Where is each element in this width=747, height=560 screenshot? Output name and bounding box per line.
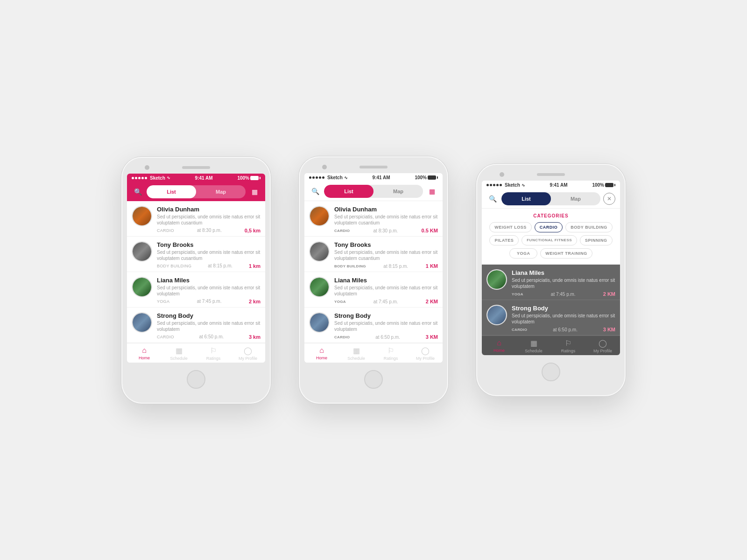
map-tab-3[interactable]: Map (551, 192, 600, 205)
home-icon-1: ⌂ (142, 346, 147, 355)
nav-profile-3[interactable]: ◯ My Profile (585, 339, 620, 353)
ratings-icon-1: ⚐ (210, 346, 217, 355)
item-time-liana-3: at 7:45 p.m. (551, 292, 576, 297)
item-tag-tony-2: BODY BUILDING (334, 264, 366, 268)
nav-schedule-1[interactable]: ▦ Schedule (162, 346, 196, 361)
schedule-icon-1: ▦ (176, 346, 183, 355)
nav-schedule-2[interactable]: ▦ Schedule (339, 346, 374, 361)
list-item-liana-3[interactable]: Liana Miles Sed ut perspiciatis, unde om… (482, 265, 620, 300)
nav-home-3[interactable]: ⌂ Home (482, 339, 516, 353)
signals-2: Sketch ∿ (309, 175, 348, 180)
signal-dots-1 (132, 177, 147, 179)
wifi-1: ∿ (167, 175, 170, 180)
nav-schedule-3[interactable]: ▦ Schedule (516, 339, 551, 353)
cat-row-2: PILATES FUNCTIONAL FITNESS SPINNING (486, 235, 615, 245)
battery-2: 100% (415, 175, 438, 180)
nav-profile-2[interactable]: ◯ My Profile (408, 346, 443, 361)
list-item-tony-2[interactable]: Tony Brooks Sed ut perspiciatis, unde om… (304, 237, 443, 272)
cat-weight-loss[interactable]: WEIGHT LOSS (489, 222, 532, 232)
filter-btn-2[interactable]: ▦ (426, 185, 438, 197)
phone-3: Sketch ∿ 9:41 AM 100% 🔍 List Map (476, 164, 626, 396)
camera-1 (145, 165, 149, 170)
phone-top-2 (304, 163, 443, 173)
status-bar-2: Sketch ∿ 9:41 AM 100% (304, 173, 443, 182)
search-btn-2[interactable]: 🔍 (309, 185, 321, 197)
item-desc-strong-1: Sed ut perspiciatis, unde omnis iste nat… (157, 320, 261, 332)
list-tab-3[interactable]: List (501, 192, 551, 205)
item-tag-liana-1: Yoga (157, 299, 169, 304)
cat-body-building[interactable]: BODY BUILDING (565, 222, 612, 232)
filter-btn-1[interactable]: ▦ (248, 186, 261, 198)
nav-ratings-1[interactable]: ⚐ Ratings (196, 346, 231, 361)
dot2-3 (316, 176, 318, 179)
dot3-4 (496, 184, 499, 186)
item-time-olivia-1: at 8:30 p.m. (197, 228, 222, 233)
home-btn-3[interactable] (542, 363, 560, 381)
page-wrapper: Sketch ∿ 9:41 AM 100% 🔍 List Map (0, 119, 747, 441)
home-label-3: Home (493, 348, 505, 353)
battery-rect-1 (250, 176, 259, 180)
search-btn-1[interactable]: 🔍 (132, 186, 144, 198)
avatar-strong-2 (309, 312, 330, 333)
item-meta-tony-2: BODY BUILDING at 8:15 p.m. 1 KM (334, 263, 438, 269)
cat-yoga[interactable]: YOGA (509, 248, 537, 259)
list-item-strong-1[interactable]: Strong Body Sed ut perspiciatis, unde om… (127, 308, 265, 343)
avatar-liana-2 (309, 277, 330, 297)
dot1 (132, 177, 134, 179)
dot3-5 (500, 184, 502, 186)
item-dist-tony-1: 1 km (249, 263, 261, 269)
list-item-liana-2[interactable]: Liana Miles Sed ut perspiciatis, unde om… (304, 272, 443, 308)
list-tab-1[interactable]: List (147, 185, 196, 198)
close-btn-3[interactable]: ✕ (603, 193, 615, 205)
nav-ratings-2[interactable]: ⚐ Ratings (374, 346, 408, 361)
item-content-strong-1: Strong Body Sed ut perspiciatis, unde om… (157, 312, 261, 340)
map-tab-1[interactable]: Map (196, 185, 246, 198)
speaker-2 (359, 166, 388, 168)
signal-dots-3 (486, 184, 502, 186)
item-meta-tony-1: Body Building at 8:15 p.m. 1 km (157, 263, 261, 269)
item-name-tony-1: Tony Brooks (157, 241, 261, 248)
profile-icon-2: ◯ (421, 346, 430, 355)
cat-cardio[interactable]: CARDIO (535, 222, 563, 232)
item-time-tony-2: at 8:15 p.m. (383, 264, 408, 269)
nav-profile-1[interactable]: ◯ My Profile (231, 346, 265, 361)
list-item-tony-1[interactable]: Tony Brooks Sed ut perspiciatis, unde om… (127, 237, 265, 272)
cat-weight-training[interactable]: WEIGHT TRAINING (540, 248, 592, 259)
bottom-nav-1: ⌂ Home ▦ Schedule ⚐ Ratings ◯ My Profile (127, 343, 265, 363)
item-time-strong-1: at 6:50 p.m. (199, 334, 224, 339)
cat-functional-fitness[interactable]: FUNCTIONAL FITNESS (521, 235, 577, 245)
home-btn-2[interactable] (364, 370, 383, 389)
ratings-icon-3: ⚐ (565, 339, 571, 348)
list-item-liana-1[interactable]: Liana Miles Sed ut perspiciatis, unde om… (127, 272, 265, 308)
cat-pilates[interactable]: PILATES (489, 235, 519, 245)
wifi-3: ∿ (521, 183, 525, 188)
item-meta-olivia-1: Cardio at 8:30 p.m. 0,5 km (157, 228, 261, 233)
camera-3 (500, 172, 504, 177)
battery-3: 100% (592, 182, 615, 188)
nav-home-1[interactable]: ⌂ Home (127, 346, 162, 361)
item-dist-strong-2: 3 KM (426, 334, 438, 340)
avatar-liana-1 (132, 277, 152, 297)
list-item-olivia-1[interactable]: Olivia Dunham Sed ut perspiciatis, unde … (127, 201, 265, 237)
list-item-olivia-2[interactable]: Olivia Dunham Sed ut perspiciatis, unde … (304, 201, 443, 237)
battery-fill-1 (251, 176, 258, 180)
screen-1: Sketch ∿ 9:41 AM 100% 🔍 List Map (127, 174, 265, 363)
battery-pct-2: 100% (415, 175, 427, 180)
item-desc-liana-1: Sed ut perspiciatis, unde omnis iste nat… (157, 285, 261, 297)
search-btn-3[interactable]: 🔍 (486, 193, 499, 205)
list-item-strong-2[interactable]: Strong Body Sed ut perspiciatis, unde om… (304, 308, 443, 343)
item-time-strong-2: at 6:50 p.m. (375, 335, 400, 340)
nav-home-2[interactable]: ⌂ Home (304, 346, 339, 361)
cat-spinning[interactable]: SPINNING (580, 235, 613, 245)
phone-bottom-1 (127, 363, 265, 391)
item-tag-liana-2: YOGA (334, 300, 346, 304)
signals-1: Sketch ∿ (132, 175, 170, 181)
list-tab-2[interactable]: List (324, 185, 374, 198)
nav-ratings-3[interactable]: ⚐ Ratings (551, 339, 585, 353)
list-item-strong-3[interactable]: Strong Body Sed ut perspiciatis, unde om… (482, 300, 620, 336)
map-tab-2[interactable]: Map (374, 185, 423, 198)
signal-dots-2 (309, 176, 324, 179)
schedule-label-1: Schedule (170, 356, 188, 361)
categories-panel-3: CATEGORIES WEIGHT LOSS CARDIO BODY BUILD… (482, 209, 620, 265)
home-btn-1[interactable] (187, 370, 205, 389)
